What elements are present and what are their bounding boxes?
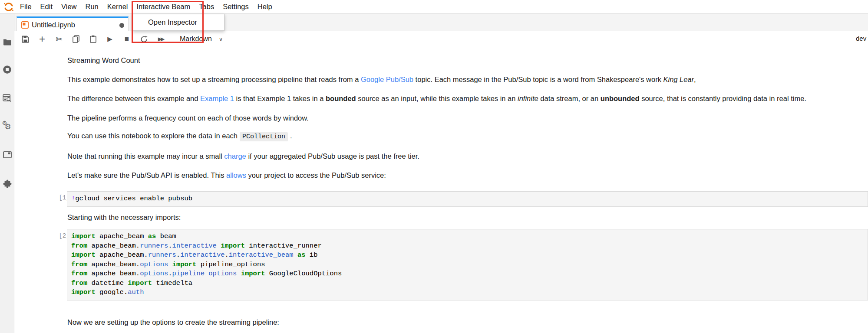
inspector-icon[interactable] xyxy=(0,93,14,103)
menu-kernel[interactable]: Kernel xyxy=(103,0,132,13)
markdown-paragraph: Now we are setting up the options to cre… xyxy=(67,318,279,326)
chevron-down-icon[interactable]: ∨ xyxy=(219,36,223,42)
markdown-paragraph: Let's make sure the Pub/Sub API is enabl… xyxy=(67,171,386,180)
notebook-file-icon xyxy=(21,21,29,29)
tab-untitled-ipynb[interactable]: Untitled.ipynb xyxy=(17,16,129,32)
menu-interactive-beam[interactable]: Interactive Beam xyxy=(132,0,195,13)
menu-items: File Edit View Run Kernel Interactive Be… xyxy=(16,0,277,13)
interrupt-icon[interactable]: ■ xyxy=(123,34,131,44)
inline-link[interactable]: Example 1 xyxy=(200,95,234,102)
menu-file[interactable]: File xyxy=(16,0,36,13)
markdown-paragraph: Note that running this example may incur… xyxy=(67,152,419,160)
menu-tabs[interactable]: Tabs xyxy=(195,0,218,13)
menu-item-open-inspector[interactable]: Open Inspector xyxy=(133,14,224,30)
property-inspector-icon[interactable]: ⚙⚙ xyxy=(0,122,14,132)
copy-icon[interactable] xyxy=(72,34,80,44)
menu-help[interactable]: Help xyxy=(253,0,277,13)
interactive-beam-menu-dropdown: Open Inspector xyxy=(133,14,224,31)
paste-icon[interactable] xyxy=(89,34,97,44)
cut-icon[interactable]: ✂ xyxy=(55,34,63,44)
running-kernels-icon[interactable] xyxy=(0,64,14,75)
markdown-title: Streaming Word Count xyxy=(67,56,140,65)
restart-run-all-icon[interactable]: ▶▶ xyxy=(157,34,165,44)
code-cell-input[interactable]: !gcloud services enable pubsub xyxy=(67,191,868,207)
inline-link[interactable]: allows xyxy=(226,171,246,179)
kernel-name-label: dev xyxy=(856,35,867,42)
tab-title: Untitled.ipynb xyxy=(32,21,75,29)
notebook-toolbar: + ✂ ▶ ■ ▶▶ Markdown ∨ dev xyxy=(14,31,868,47)
markdown-paragraph: Starting with the necessary imports: xyxy=(67,213,181,222)
app-logo-icon xyxy=(3,2,14,12)
restart-icon[interactable] xyxy=(140,34,148,44)
markdown-paragraph: This example demonstrates how to set up … xyxy=(67,75,696,84)
unsaved-changes-indicator xyxy=(119,23,124,28)
inline-link[interactable]: charge xyxy=(224,152,246,160)
extensions-icon[interactable] xyxy=(0,178,14,189)
menu-view[interactable]: View xyxy=(57,0,81,13)
menu-run[interactable]: Run xyxy=(81,0,103,13)
file-browser-icon[interactable] xyxy=(0,36,14,47)
menu-settings[interactable]: Settings xyxy=(218,0,253,13)
save-icon[interactable] xyxy=(21,34,29,44)
inline-link[interactable]: Google Pub/Sub xyxy=(361,75,413,83)
left-sidebar: ⚙⚙ xyxy=(0,14,14,333)
markdown-paragraph: The difference between this example and … xyxy=(67,95,806,103)
cell-type-select[interactable]: Markdown xyxy=(180,35,212,43)
menu-edit[interactable]: Edit xyxy=(36,0,57,13)
run-icon[interactable]: ▶ xyxy=(106,34,114,44)
code-cell-input[interactable]: import apache_beam as beamfrom apache_be… xyxy=(67,229,868,300)
markdown-paragraph: The pipeline performs a frequency count … xyxy=(67,114,309,122)
open-tabs-icon[interactable] xyxy=(0,150,14,160)
menu-bar: File Edit View Run Kernel Interactive Be… xyxy=(0,0,868,14)
insert-cell-icon[interactable]: + xyxy=(38,34,46,44)
notebook-content: Streaming Word Count This example demons… xyxy=(15,47,868,333)
markdown-paragraph: You can use this notebook to explore the… xyxy=(67,132,292,140)
